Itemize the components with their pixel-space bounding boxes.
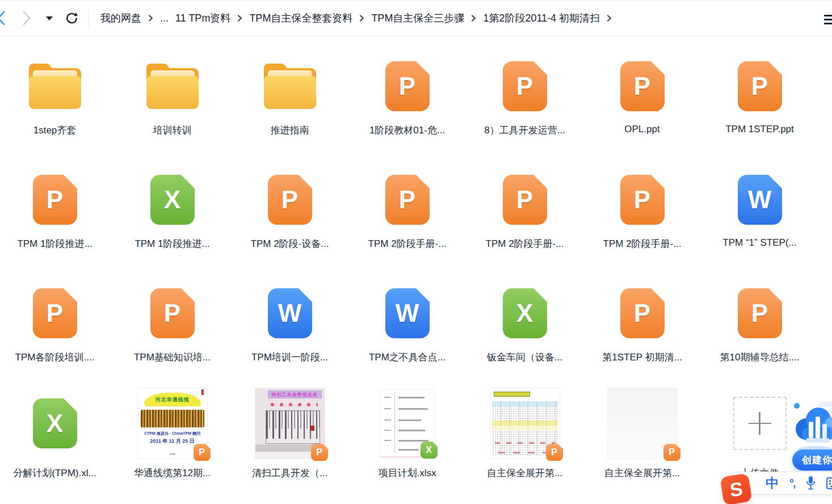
ime-language-mode[interactable]: 中 (766, 474, 779, 492)
word-file-icon: W (738, 175, 782, 225)
ppt-file-icon: P (268, 175, 312, 225)
file-thumbnail: 特别工具改善现况表 P (255, 388, 325, 459)
file-item[interactable]: P 1阶段教材01-危... (348, 57, 466, 137)
file-item[interactable]: 推进指南 (231, 57, 348, 137)
excel-file-icon: X (33, 398, 77, 448)
folder-icon (264, 64, 316, 109)
file-item[interactable]: P TPM 2阶段手册-... (348, 170, 466, 250)
refresh-icon[interactable] (65, 12, 78, 25)
file-name: 自主保全展开第... (604, 467, 680, 480)
file-name: 1step齐套 (33, 124, 77, 137)
file-grid-row: P TPM各阶段培训.... P TPM基础知识培... W TPM培训一阶段.… (0, 284, 818, 364)
ime-punctuation-mode[interactable]: °, (789, 477, 795, 490)
file-name: 自主保全展开第... (487, 467, 562, 480)
file-item[interactable]: 培训转训 (114, 57, 231, 137)
chevron-right-icon (237, 14, 243, 22)
breadcrumb-item-current[interactable]: 1第2阶段2011-4 初期清扫 (483, 11, 600, 25)
file-item[interactable]: P 自主保全展开第... (583, 385, 701, 480)
file-item[interactable]: W TPM “1” STEP(... (701, 170, 818, 250)
file-item[interactable]: X 项目计划.xlsx (348, 385, 466, 480)
breadcrumb-item-root[interactable]: 我的网盘 (100, 11, 141, 25)
breadcrumb-item-collapsed[interactable]: ... (160, 12, 169, 24)
ppt-file-icon: P (150, 288, 195, 338)
file-name: TPM 1阶段推进... (17, 237, 92, 250)
chevron-right-icon (470, 14, 477, 22)
file-item[interactable]: P TPM 2阶段手册-... (466, 170, 583, 250)
excel-badge-icon: X (421, 442, 438, 459)
file-item[interactable]: W TPM培训一阶段... (231, 284, 348, 364)
ppt-badge-icon: P (546, 444, 563, 461)
create-promo-button[interactable]: 创建你的 (792, 450, 832, 471)
history-dropdown-icon[interactable] (46, 16, 53, 20)
ppt-file-icon: P (503, 175, 547, 225)
ppt-file-icon: P (620, 175, 665, 225)
file-item[interactable]: P TPM基础知识培... (114, 284, 231, 364)
hamburger-menu-icon[interactable] (824, 15, 832, 24)
folder-icon (146, 64, 199, 109)
cloud-bar-chart-mascot-icon[interactable] (790, 398, 832, 456)
file-name: OPL.ppt (624, 124, 659, 135)
ppt-file-icon: P (33, 175, 77, 225)
file-item[interactable]: 1step齐套 (0, 57, 114, 137)
file-item[interactable]: X TPM 1阶段推进... (114, 170, 231, 250)
file-item[interactable]: P 8）工具开发运营... (466, 57, 583, 137)
file-item[interactable]: X 钣金车间（设备... (466, 284, 583, 364)
ppt-file-icon: P (620, 288, 665, 338)
breadcrumb-item[interactable]: TPM自主保全三步骤 (371, 11, 464, 25)
file-item[interactable]: P TPM 1阶段推进... (0, 170, 114, 250)
file-item[interactable]: W TPM之不具合点... (348, 284, 466, 364)
toolbar-divider (89, 10, 89, 27)
file-item[interactable]: P 第1STEP 初期清... (583, 284, 701, 364)
folder-icon (29, 64, 81, 109)
file-item[interactable]: P 第10期辅导总结.... (701, 284, 818, 364)
file-name: 项目计划.xlsx (379, 467, 436, 480)
breadcrumb-item[interactable]: TPM自主保全整套资料 (249, 11, 352, 25)
file-name: TPM培训一阶段... (251, 351, 328, 364)
ppt-file-icon: P (738, 288, 782, 338)
file-name: TPM “1” STEP(... (722, 237, 796, 249)
file-grid-row: 1step齐套 培训转训 推进指南 P 1阶段教材01-危... P 8）工具开… (0, 57, 818, 137)
forward-icon[interactable] (20, 10, 32, 26)
file-item[interactable]: P 自主保全展开第... (466, 385, 583, 480)
excel-file-icon: X (503, 288, 547, 338)
file-name: TPM各阶段培训.... (15, 351, 95, 364)
file-item[interactable]: P TPM 2阶段-设备... (231, 170, 348, 250)
back-icon[interactable] (0, 10, 7, 26)
chevron-right-icon (359, 14, 365, 22)
file-name: 华通线缆第12期... (134, 467, 211, 480)
sogou-ime-logo-icon[interactable]: S (720, 473, 752, 504)
file-name: TPM 2阶段手册-... (486, 237, 564, 250)
ppt-file-icon: P (385, 175, 430, 225)
file-name: 清扫工具开发（... (252, 467, 327, 480)
breadcrumb-item[interactable]: 11 TPm资料 (175, 11, 230, 25)
file-grid-row: P TPM 1阶段推进... X TPM 1阶段推进... P TPM 2阶段-… (0, 170, 818, 250)
file-name: TPM 2阶段手册-... (603, 237, 682, 250)
keyboard-icon[interactable] (826, 477, 832, 489)
ppt-badge-icon: P (311, 444, 328, 461)
thumbnail-title-art (141, 410, 204, 427)
file-name: TPM 1STEP.ppt (725, 124, 794, 135)
file-thumbnail: X (380, 389, 435, 457)
file-item[interactable]: 河北华通线缆 CTPM 推进办 · ChinaTPM 顾问 2011 年 11 … (114, 385, 231, 480)
file-name: TPM 2阶段-设备... (251, 237, 329, 250)
file-item[interactable]: X 分解计划(TPM).xl... (0, 385, 114, 480)
ppt-file-icon: P (385, 61, 430, 111)
file-item[interactable]: P TPM 2阶段手册-... (583, 170, 701, 250)
file-item[interactable]: 特别工具改善现况表 P 清扫工具开发（... (231, 385, 348, 480)
ppt-file-icon: P (33, 288, 77, 338)
microphone-icon[interactable] (806, 476, 816, 490)
chevron-right-icon (606, 14, 612, 22)
file-name: 培训转训 (153, 124, 192, 137)
file-name: 第1STEP 初期清... (602, 351, 682, 364)
ppt-file-icon: P (620, 61, 665, 111)
file-item[interactable]: P TPM 1STEP.ppt (701, 57, 818, 137)
ppt-file-icon: P (738, 61, 782, 111)
file-grid-row: X 分解计划(TPM).xl... 河北华通线缆 CTPM 推进办 · Chin… (0, 385, 818, 480)
file-item[interactable]: P TPM各阶段培训.... (0, 284, 114, 364)
chevron-right-icon (148, 14, 154, 22)
file-item[interactable]: P OPL.ppt (583, 57, 701, 137)
ppt-badge-icon: P (663, 444, 680, 461)
plus-icon[interactable] (733, 397, 787, 450)
word-file-icon: W (385, 288, 430, 338)
file-name: TPM之不具合点... (369, 351, 446, 364)
